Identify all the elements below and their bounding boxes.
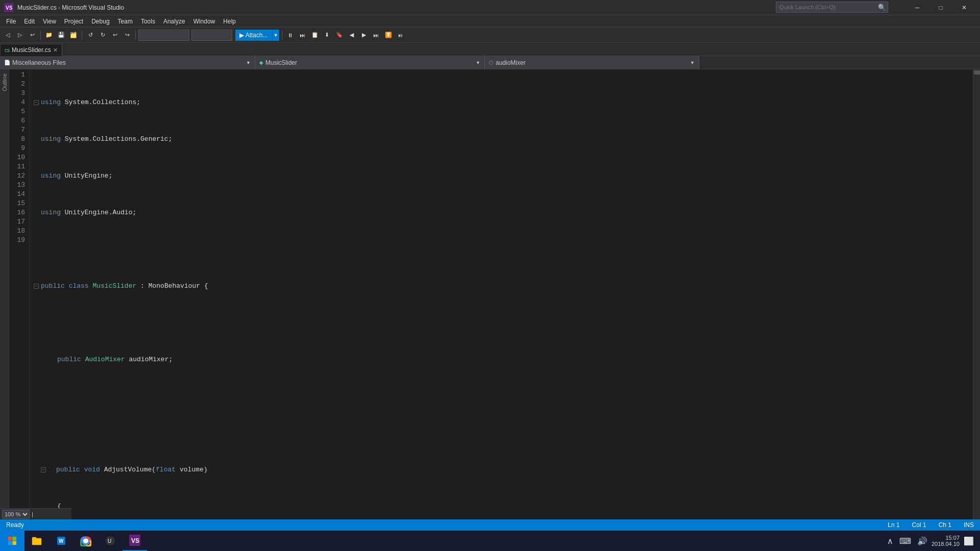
zoom-select[interactable]: 100 % 75 % 125 % 150 %: [2, 510, 30, 519]
taskbar-store[interactable]: W: [49, 531, 74, 551]
right-scrollbar[interactable]: [973, 69, 980, 521]
toolbar-debug10-btn[interactable]: ⏯: [395, 30, 406, 41]
line-num-10: 10: [11, 153, 25, 162]
toolbar-undo2-btn[interactable]: ↺: [85, 30, 96, 41]
taskbar-notification-icon[interactable]: ⬜: [962, 536, 976, 546]
line-num-1: 1: [11, 70, 25, 80]
code-editor[interactable]: 1 2 3 4 5 6 7 8 9 10 11 12 13 14 15 16 1…: [9, 69, 973, 521]
toolbar-undo3-btn[interactable]: ↩: [109, 30, 120, 41]
status-ins[interactable]: INS: [962, 521, 976, 529]
menu-view[interactable]: View: [39, 15, 60, 28]
config-dropdown[interactable]: [138, 30, 189, 41]
windows-logo: [8, 536, 17, 545]
toolbar-sep2: [82, 31, 82, 40]
toolbar: ◁ ▷ ↩ 📁 💾 🗂️ ↺ ↻ ↩ ↪ ▶ Attach... ▼ ⏸ ⏭ 📋…: [0, 28, 980, 43]
toolbar-back-btn[interactable]: ◁: [2, 30, 13, 41]
explorer-icon: [31, 535, 42, 546]
toolbar-saveall-btn[interactable]: 🗂️: [68, 30, 79, 41]
collapse-btn-11[interactable]: −: [41, 467, 46, 472]
menu-edit[interactable]: Edit: [20, 15, 39, 28]
scroll-thumb[interactable]: [974, 70, 980, 74]
taskbar-visualstudio[interactable]: VS: [122, 531, 147, 551]
toolbar-debug1-btn[interactable]: ⏸: [285, 30, 296, 41]
tab-close-btn[interactable]: ✕: [53, 47, 58, 54]
toolbar-forward-btn[interactable]: ▷: [14, 30, 26, 41]
toolbar-redo3-btn[interactable]: ↪: [121, 30, 133, 41]
toolbar-debug7-btn[interactable]: ▶: [358, 30, 370, 41]
nav-files-dropdown[interactable]: 📄 Miscellaneous Files ▼: [0, 56, 255, 69]
taskbar-time[interactable]: 15:07 2018.04.10: [932, 535, 960, 547]
attach-button[interactable]: ▶ Attach...: [235, 30, 272, 41]
close-button[interactable]: ✕: [952, 0, 976, 15]
tabbar: cs MusicSlider.cs ✕: [0, 43, 980, 56]
toolbar-redo2-btn[interactable]: ↻: [97, 30, 108, 41]
status-ln[interactable]: Ln 1: [886, 521, 901, 529]
svg-text:W: W: [59, 538, 64, 544]
code-line-8: public AudioMixer audioMixer;: [34, 355, 973, 364]
toolbar-debug8-btn[interactable]: ⏭: [371, 30, 382, 41]
menu-project[interactable]: Project: [60, 15, 87, 28]
tab-label: MusicSlider.cs: [12, 46, 51, 54]
toolbar-open-btn[interactable]: 📁: [43, 30, 55, 41]
menu-team[interactable]: Team: [114, 15, 137, 28]
toolbar-debug6-btn[interactable]: ◀: [346, 30, 357, 41]
taskbar-chevron-up[interactable]: ∧: [885, 536, 895, 546]
navbar: 📄 Miscellaneous Files ▼ ◆ MusicSlider ▼ …: [0, 56, 980, 69]
unity-icon: U: [105, 535, 116, 546]
restore-button[interactable]: □: [929, 0, 952, 15]
menu-help[interactable]: Help: [219, 15, 240, 28]
taskbar-explorer[interactable]: [24, 531, 49, 551]
line-num-17: 17: [11, 217, 25, 227]
taskbar-unity[interactable]: U: [98, 531, 122, 551]
tab-icon: cs: [5, 47, 10, 53]
start-button[interactable]: [0, 531, 24, 551]
left-panel: Outline: [0, 69, 9, 521]
nav-class-icon: ◆: [259, 60, 263, 65]
line-num-2: 2: [11, 80, 25, 89]
toolbar-debug9-btn[interactable]: ⏬: [383, 30, 394, 41]
toolbar-save-btn[interactable]: 💾: [56, 30, 67, 41]
tab-musicslider[interactable]: cs MusicSlider.cs ✕: [0, 44, 62, 56]
platform-dropdown[interactable]: [191, 30, 232, 41]
collapse-btn-1[interactable]: −: [34, 100, 39, 105]
titlebar: VS MusicSlider.cs - Microsoft Visual Stu…: [0, 0, 980, 15]
zoom-bar: 100 % 75 % 125 % 150 % |: [0, 508, 71, 519]
toolbar-sep3: [135, 31, 136, 40]
menu-debug[interactable]: Debug: [87, 15, 113, 28]
quick-launch-input[interactable]: [776, 2, 888, 13]
nav-member-dropdown[interactable]: ⬡ audioMixer ▼: [485, 56, 699, 69]
toolbar-debug3-btn[interactable]: 📋: [309, 30, 321, 41]
menu-analyze[interactable]: Analyze: [159, 15, 189, 28]
taskbar-keyboard-icon[interactable]: ⌨: [897, 536, 913, 546]
menubar: File Edit View Project Debug Team Tools …: [0, 15, 980, 28]
svg-rect-2: [8, 537, 12, 541]
toolbar-debug2-btn[interactable]: ⏭: [297, 30, 308, 41]
taskbar-speaker-icon[interactable]: 🔊: [915, 536, 929, 546]
minimize-button[interactable]: ─: [905, 0, 929, 15]
left-panel-label[interactable]: Outline: [2, 73, 8, 91]
line-num-3: 3: [11, 89, 25, 98]
taskbar-chrome[interactable]: [74, 531, 98, 551]
status-col[interactable]: Col 1: [910, 521, 928, 529]
code-line-5: [34, 245, 973, 254]
toolbar-sep1: [40, 31, 41, 40]
menu-window[interactable]: Window: [189, 15, 219, 28]
collapse-btn-6[interactable]: −: [34, 284, 39, 289]
code-line-9: [34, 392, 973, 401]
status-ch[interactable]: Ch 1: [937, 521, 953, 529]
status-ready[interactable]: Ready: [4, 521, 26, 529]
toolbar-debug4-btn[interactable]: ⬇: [322, 30, 333, 41]
menu-file[interactable]: File: [2, 15, 20, 28]
toolbar-debug5-btn[interactable]: 🔖: [334, 30, 345, 41]
editor-area: Outline 1 2 3 4 5 6 7 8 9 10 11 12 13 14…: [0, 69, 980, 521]
svg-text:U: U: [108, 538, 111, 544]
attach-dropdown[interactable]: ▼: [272, 30, 279, 41]
code-line-12: {: [34, 502, 973, 511]
toolbar-undo-btn[interactable]: ↩: [27, 30, 38, 41]
menu-tools[interactable]: Tools: [137, 15, 159, 28]
statusbar: Ready Ln 1 Col 1 Ch 1 INS: [0, 519, 980, 531]
nav-class-dropdown[interactable]: ◆ MusicSlider ▼: [255, 56, 485, 69]
zoom-scroll[interactable]: |: [32, 511, 33, 517]
vs-icon: VS: [129, 535, 140, 546]
code-line-4: using UnityEngine.Audio;: [34, 208, 973, 217]
